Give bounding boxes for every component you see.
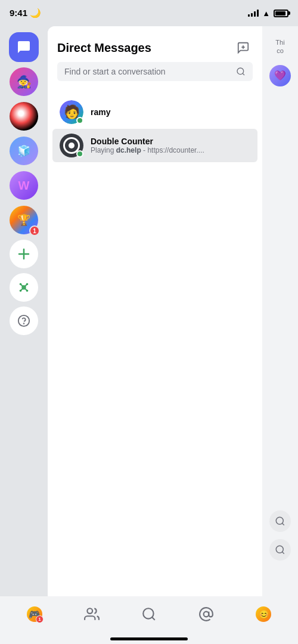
search-input[interactable] [64, 67, 231, 76]
main-panel: Direct Messages 🧑 [48, 26, 262, 596]
dm-item-ramy[interactable]: 🧑 ramy [52, 95, 257, 129]
svg-point-19 [87, 608, 92, 614]
dm-avatar-double-counter [60, 134, 83, 157]
direct-messages-title: Direct Messages [57, 41, 151, 55]
nav-avatar: 🎮 1 [27, 606, 42, 622]
home-indicator [110, 637, 188, 640]
online-status-double-counter [76, 150, 83, 157]
nav-item-profile[interactable]: 😊 [249, 602, 278, 627]
dm-avatar-ramy: 🧑 [60, 100, 83, 124]
sidebar-item-server-3[interactable]: 🧊 [9, 136, 39, 166]
svg-point-13 [237, 68, 244, 75]
status-time: 9:41 🌙 [10, 8, 41, 18]
status-bar: 9:41 🌙 ▲ [0, 0, 298, 26]
panel-title: Direct Messages [57, 38, 253, 57]
sidebar-item-server-5[interactable]: 🏆 1 [9, 205, 39, 235]
dm-info-double-counter: Double Counter Playing dc.help - https:/… [91, 137, 250, 154]
right-panel-text: Thi co [273, 36, 287, 58]
mentions-icon [198, 606, 214, 622]
dm-name-ramy: ramy [91, 107, 250, 117]
server-notification-badge: 1 [29, 225, 40, 236]
svg-line-16 [282, 523, 284, 525]
status-icons: ▲ [248, 9, 288, 18]
panel-header: Direct Messages [48, 26, 262, 93]
nav-badge: 1 [36, 615, 44, 623]
dm-list: 🧑 ramy Double Counter Play [48, 93, 262, 165]
nav-item-mentions[interactable] [191, 602, 221, 627]
add-server-button[interactable] [10, 240, 38, 268]
right-panel-icon-2[interactable] [269, 510, 291, 532]
svg-line-18 [282, 552, 284, 553]
svg-line-21 [152, 617, 155, 620]
svg-point-10 [24, 323, 24, 324]
nav-search-icon [141, 606, 157, 622]
right-panel-icon-3[interactable] [269, 539, 291, 561]
sidebar-item-dm[interactable] [9, 32, 39, 62]
sidebar-item-server-4[interactable]: W [9, 171, 39, 200]
profile-avatar: 😊 [256, 606, 271, 622]
nav-item-search[interactable] [134, 602, 164, 627]
battery-icon [274, 10, 288, 17]
signal-bars-icon [248, 10, 259, 17]
search-bar[interactable] [57, 62, 253, 81]
right-panel: Thi co 💜 [262, 26, 298, 596]
svg-point-20 [143, 608, 153, 618]
sidebar: 🧙 🧊 W 🏆 1 [0, 26, 48, 596]
svg-point-17 [276, 546, 283, 553]
online-status-ramy [76, 117, 83, 124]
sidebar-item-server-1[interactable]: 🧙 [9, 67, 39, 97]
right-panel-icon-1[interactable]: 💜 [269, 65, 291, 86]
bottom-nav: 🎮 1 😊 [0, 596, 298, 644]
wifi-icon: ▲ [262, 9, 270, 18]
svg-point-22 [204, 612, 209, 617]
friends-icon [84, 606, 100, 622]
nav-item-home[interactable]: 🎮 1 [20, 602, 49, 627]
nav-item-friends[interactable] [77, 602, 107, 627]
explore-servers-button[interactable] [10, 273, 38, 302]
sidebar-item-server-2[interactable] [9, 101, 39, 131]
dm-info-ramy: ramy [91, 107, 250, 117]
dm-name-double-counter: Double Counter [91, 137, 250, 146]
search-icon [236, 67, 246, 76]
new-dm-button[interactable] [234, 38, 253, 57]
help-button[interactable] [10, 306, 38, 335]
dm-item-double-counter[interactable]: Double Counter Playing dc.help - https:/… [52, 129, 257, 162]
svg-line-14 [243, 73, 244, 75]
dm-status-double-counter: Playing dc.help - https://dcounter.... [91, 146, 250, 154]
svg-point-15 [276, 517, 283, 524]
